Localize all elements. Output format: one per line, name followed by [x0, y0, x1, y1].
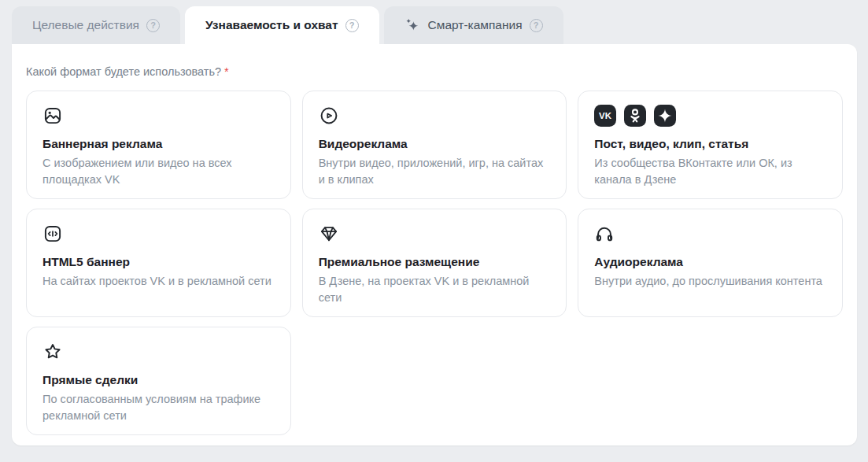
- ok-icon: [624, 105, 646, 127]
- diamond-icon: [319, 224, 339, 244]
- question-text: Какой формат будете использовать?: [26, 65, 221, 78]
- format-grid: Баннерная реклама С изображением или вид…: [26, 91, 843, 435]
- help-icon[interactable]: ?: [146, 19, 160, 32]
- sparkle-icon: [404, 17, 420, 33]
- tab-label: Смарт-кампания: [428, 18, 523, 32]
- card-description: На сайтах проектов VK и в рекламной сети: [42, 273, 275, 290]
- card-description: Из сообщества ВКонтакте или ОК, из канал…: [594, 155, 826, 187]
- card-icons: [42, 223, 275, 245]
- card-icons: [319, 223, 551, 245]
- code-icon: [42, 224, 63, 244]
- play-circle-icon: [319, 105, 339, 126]
- card-title: Аудиореклама: [594, 255, 826, 269]
- card-description: Внутри аудио, до прослушивания контента: [594, 273, 826, 290]
- tab-target-actions[interactable]: Целевые действия ?: [12, 6, 180, 44]
- card-description: Внутри видео, приложений, игр, на сайтах…: [319, 155, 551, 187]
- tab-label: Целевые действия: [32, 18, 139, 32]
- format-panel: Какой формат будете использовать?* Банне…: [12, 44, 857, 445]
- card-title: Прямые сделки: [42, 373, 275, 387]
- card-title: Видеореклама: [319, 137, 551, 151]
- card-title: HTML5 баннер: [42, 255, 275, 269]
- card-description: С изображением или видео на всех площадк…: [42, 155, 275, 187]
- card-icons: VK: [594, 105, 826, 127]
- dzen-icon: [654, 105, 676, 127]
- tab-label: Узнаваемость и охват: [205, 18, 338, 32]
- card-title: Пост, видео, клип, статья: [594, 137, 826, 151]
- format-card[interactable]: Видеореклама Внутри видео, приложений, и…: [302, 91, 567, 199]
- format-card[interactable]: VK Пост, видео, клип, статья Из сообщест…: [578, 91, 843, 199]
- campaign-type-tabs: Целевые действия ? Узнаваемость и охват …: [12, 6, 857, 44]
- card-title: Премиальное размещение: [319, 255, 551, 269]
- format-card[interactable]: Прямые сделки По согласованным условиям …: [26, 327, 291, 435]
- tab-smart-campaign[interactable]: Смарт-кампания ?: [384, 6, 563, 44]
- vk-ads-format-page: Целевые действия ? Узнаваемость и охват …: [0, 0, 868, 445]
- format-card[interactable]: Премиальное размещение В Дзене, на проек…: [302, 209, 567, 317]
- headphones-icon: [594, 224, 615, 244]
- card-description: В Дзене, на проектах VK и в рекламной се…: [319, 273, 551, 305]
- format-card[interactable]: Аудиореклама Внутри аудио, до прослушива…: [578, 209, 843, 317]
- card-icons: [42, 105, 275, 127]
- card-title: Баннерная реклама: [42, 137, 275, 151]
- star-icon: [42, 342, 63, 362]
- help-icon[interactable]: ?: [345, 19, 359, 32]
- card-icons: [319, 105, 551, 127]
- format-card[interactable]: HTML5 баннер На сайтах проектов VK и в р…: [26, 209, 291, 317]
- tab-awareness-reach[interactable]: Узнаваемость и охват ?: [185, 6, 379, 44]
- format-question: Какой формат будете использовать?*: [26, 65, 843, 78]
- card-icons: [594, 223, 826, 245]
- help-icon[interactable]: ?: [530, 19, 543, 32]
- card-description: По согласованным условиям на трафике рек…: [42, 391, 275, 423]
- image-icon: [42, 105, 63, 126]
- svg-text:VK: VK: [599, 111, 612, 120]
- vk-icon: VK: [594, 105, 616, 127]
- format-card[interactable]: Баннерная реклама С изображением или вид…: [26, 91, 291, 199]
- required-asterisk: *: [224, 65, 229, 78]
- card-icons: [42, 341, 275, 363]
